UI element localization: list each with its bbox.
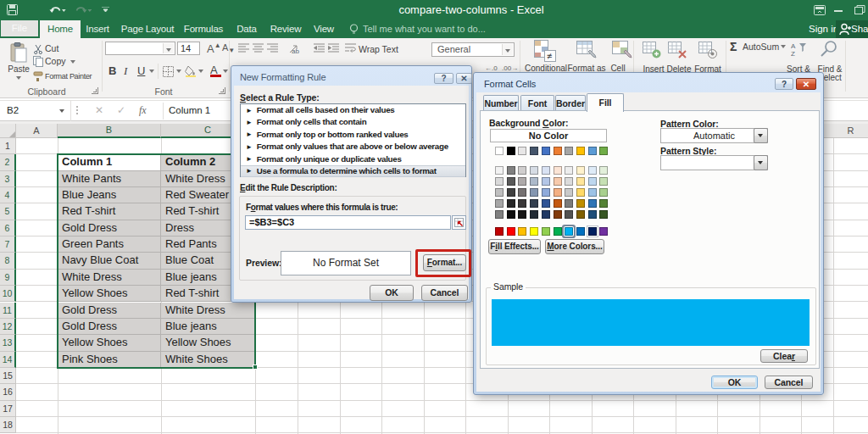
dropdown-caret-icon[interactable] xyxy=(223,70,228,73)
wrap-text-label[interactable]: Wrap Text xyxy=(359,44,398,54)
rule-type-option-2[interactable]: ►Format only cells that contain xyxy=(241,116,465,128)
theme-color-swatch[interactable] xyxy=(530,147,538,155)
dropdown-caret-icon[interactable] xyxy=(198,70,203,73)
theme-variant-swatch[interactable] xyxy=(576,177,585,186)
theme-variant-swatch[interactable] xyxy=(588,166,597,175)
fcd-ok-button[interactable]: OK xyxy=(711,376,758,389)
fcd-pattern-color-combo[interactable]: Automatic xyxy=(660,128,768,143)
increase-decimal-icon[interactable]: ←.0 xyxy=(485,64,498,72)
column-header-A[interactable]: A xyxy=(16,124,58,138)
theme-variant-swatch[interactable] xyxy=(495,177,504,186)
standard-color-swatch[interactable] xyxy=(542,227,550,236)
font-name-combo[interactable] xyxy=(105,42,175,55)
row-header-16[interactable]: 16 xyxy=(0,384,16,400)
theme-color-swatch[interactable] xyxy=(588,147,597,155)
theme-color-swatch[interactable] xyxy=(542,147,550,155)
standard-color-swatch[interactable] xyxy=(530,227,538,236)
theme-color-swatch[interactable] xyxy=(495,147,504,155)
column-header-B[interactable]: B xyxy=(58,124,161,138)
theme-variant-swatch[interactable] xyxy=(565,177,573,186)
nfr-cancel-button[interactable]: Cancel xyxy=(421,285,468,301)
theme-color-swatch[interactable] xyxy=(565,147,573,155)
orientation-icon[interactable]: ab xyxy=(288,42,302,54)
number-format-combo[interactable]: General xyxy=(431,42,515,57)
decrease-decimal-icon[interactable]: .00→ xyxy=(502,64,518,72)
theme-variant-swatch[interactable] xyxy=(599,188,608,197)
theme-variant-swatch[interactable] xyxy=(530,199,538,208)
fill-color-icon[interactable] xyxy=(185,65,197,77)
enter-entry-icon[interactable]: ✓ xyxy=(117,104,125,116)
font-dialog-launcher[interactable] xyxy=(219,87,225,94)
cancel-entry-icon[interactable]: ✕ xyxy=(95,104,103,116)
cut-button[interactable]: Cut xyxy=(33,43,67,55)
standard-color-swatch[interactable] xyxy=(554,227,562,236)
theme-variant-swatch[interactable] xyxy=(507,210,515,219)
theme-variant-swatch[interactable] xyxy=(518,199,526,208)
fcd-cancel-button[interactable]: Cancel xyxy=(765,376,813,389)
fcd-no-color-button[interactable]: No Color xyxy=(490,129,607,142)
standard-color-swatch[interactable] xyxy=(518,227,526,236)
theme-color-swatch[interactable] xyxy=(507,147,515,155)
theme-variant-swatch[interactable] xyxy=(554,166,562,175)
undo-icon[interactable] xyxy=(49,4,66,15)
theme-variant-swatch[interactable] xyxy=(599,166,608,175)
theme-variant-swatch[interactable] xyxy=(554,188,562,197)
standard-color-swatch-selected[interactable] xyxy=(565,227,573,236)
name-box-dropdown-icon[interactable] xyxy=(59,109,64,113)
rule-type-option-3[interactable]: ►Format only top or bottom ranked values xyxy=(241,129,465,141)
theme-variant-swatch[interactable] xyxy=(542,210,550,219)
theme-variant-swatch[interactable] xyxy=(599,210,608,219)
increase-indent-icon[interactable] xyxy=(328,43,339,53)
name-box[interactable]: B2 xyxy=(0,101,71,121)
theme-variant-swatch[interactable] xyxy=(518,210,526,219)
row-header-18[interactable]: 18 xyxy=(0,417,16,433)
row-header-2[interactable]: 2 xyxy=(0,154,16,170)
decrease-indent-icon[interactable] xyxy=(314,43,325,53)
redo-icon[interactable] xyxy=(75,4,92,15)
format-painter-button[interactable]: Format Painter xyxy=(33,71,104,83)
theme-variant-swatch[interactable] xyxy=(542,199,550,208)
fcd-close-button[interactable]: ✕ xyxy=(796,78,816,90)
theme-variant-swatch[interactable] xyxy=(518,177,526,186)
theme-variant-swatch[interactable] xyxy=(588,188,597,197)
standard-color-swatch[interactable] xyxy=(588,227,597,236)
tab-review[interactable]: Review xyxy=(266,20,305,38)
dropdown-caret-icon[interactable] xyxy=(176,70,181,73)
clipboard-dialog-launcher[interactable] xyxy=(92,87,98,94)
theme-variant-swatch[interactable] xyxy=(542,177,550,186)
ribbon-display-options-icon[interactable] xyxy=(814,5,826,15)
tab-insert[interactable]: Insert xyxy=(79,20,116,38)
fcd-fill-effects-button[interactable]: Fill Effects... xyxy=(488,239,541,254)
copy-button[interactable]: Copy xyxy=(33,56,77,68)
theme-variant-swatch[interactable] xyxy=(588,199,597,208)
dropdown-caret-icon[interactable] xyxy=(16,76,21,80)
align-top-icon[interactable] xyxy=(238,43,249,53)
wrap-text-icon[interactable] xyxy=(345,43,356,53)
theme-color-swatch[interactable] xyxy=(518,147,526,155)
nfr-ok-button[interactable]: OK xyxy=(370,285,414,301)
row-header-7[interactable]: 7 xyxy=(0,236,16,253)
fcd-pattern-style-combo[interactable] xyxy=(660,155,768,170)
theme-variant-swatch[interactable] xyxy=(507,199,515,208)
theme-variant-swatch[interactable] xyxy=(599,199,608,208)
row-header-10[interactable]: 10 xyxy=(0,286,16,302)
fcd-tab-font[interactable]: Font xyxy=(520,95,554,111)
theme-variant-swatch[interactable] xyxy=(565,199,573,208)
row-header-1[interactable]: 1 xyxy=(0,138,16,154)
fcd-clear-button[interactable]: Clear xyxy=(760,349,808,363)
theme-variant-swatch[interactable] xyxy=(507,177,515,186)
row-header-17[interactable]: 17 xyxy=(0,401,16,417)
restore-button[interactable] xyxy=(854,5,866,14)
align-bottom-icon[interactable] xyxy=(267,43,278,53)
fcd-help-button[interactable]: ? xyxy=(775,78,793,90)
bold-button[interactable]: B xyxy=(108,64,116,77)
theme-variant-swatch[interactable] xyxy=(554,210,562,219)
row-header-11[interactable]: 11 xyxy=(0,303,16,319)
fcd-more-colors-button[interactable]: More Colors... xyxy=(545,239,604,254)
underline-button[interactable]: U xyxy=(137,64,145,77)
formula-bar-value[interactable]: Column 1 xyxy=(169,105,210,115)
increase-font-icon[interactable]: A▲ xyxy=(207,42,221,55)
rule-type-option-5[interactable]: ►Format only unique or duplicate values xyxy=(241,153,465,165)
nfr-close-button[interactable]: ✕ xyxy=(456,73,472,84)
row-header-4[interactable]: 4 xyxy=(0,187,16,203)
